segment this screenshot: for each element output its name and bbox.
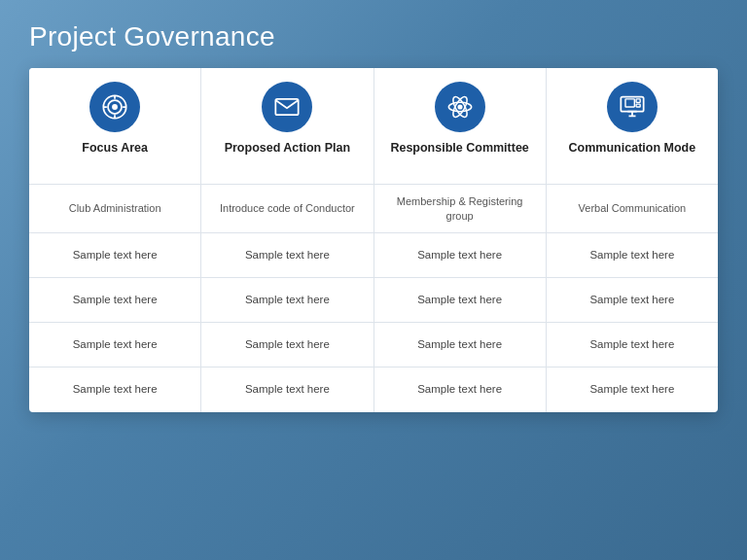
col-header-proposed-action-plan: Proposed Action Plan [201,68,373,185]
svg-rect-15 [636,104,640,107]
table-cell: Sample text here [547,368,718,412]
table-cell: Sample text here [201,323,373,368]
col-focus-area: Focus AreaClub AdministrationSample text… [29,68,201,412]
table-cell-first: Club Administration [29,185,200,233]
svg-point-8 [457,104,462,109]
table-cell: Sample text here [29,233,200,278]
table-cell: Sample text here [201,368,373,412]
col-proposed-action-plan: Proposed Action PlanIntroduce code of Co… [201,68,374,412]
table-cell: Sample text here [201,278,373,323]
table-cell: Sample text here [547,323,718,368]
table-cell: Sample text here [374,278,546,323]
table-cell: Sample text here [374,368,546,412]
table-cell: Sample text here [201,233,373,278]
table-cell: Sample text here [547,278,718,323]
col-header-communication-mode: Communication Mode [547,68,718,185]
atom-icon [435,82,485,132]
table-cell: Sample text here [374,233,546,278]
table-cell: Sample text here [374,323,546,368]
table-cell-first: Membership & Registering group [374,185,546,233]
table-cell-first: Verbal Communication [547,185,718,233]
table-cell: Sample text here [547,233,718,278]
col-header-text-focus-area: Focus Area [82,140,148,156]
governance-table: Focus AreaClub AdministrationSample text… [29,68,718,412]
table-cell: Sample text here [29,278,200,323]
svg-rect-13 [625,99,634,107]
table-cell-first: Introduce code of Conductor [201,185,373,233]
table-cell: Sample text here [29,368,200,412]
col-communication-mode: Communication ModeVerbal CommunicationSa… [547,68,718,412]
col-header-text-communication-mode: Communication Mode [569,140,696,156]
table-cell: Sample text here [29,323,200,368]
svg-rect-14 [636,99,640,103]
svg-rect-7 [276,99,299,115]
col-header-text-proposed-action-plan: Proposed Action Plan [225,140,350,156]
col-header-focus-area: Focus Area [29,68,200,185]
email-icon [262,82,312,132]
col-header-text-responsible-committee: Responsible Committee [390,140,528,156]
col-header-responsible-committee: Responsible Committee [374,68,546,185]
svg-point-2 [112,104,118,110]
page-title: Project Governance [0,0,747,68]
monitor-icon [607,82,658,132]
target-icon [89,82,140,132]
col-responsible-committee: Responsible CommitteeMembership & Regist… [374,68,547,412]
